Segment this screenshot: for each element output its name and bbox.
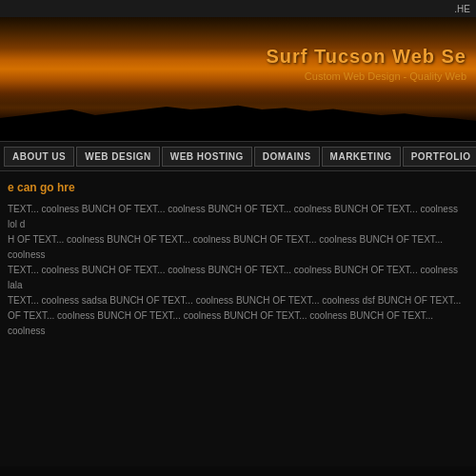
content-text: TEXT... coolness BUNCH OF TEXT... coolne… xyxy=(8,202,468,339)
nav-item-marketing[interactable]: MARKETING xyxy=(322,147,401,167)
nav-bar: ABOUT USWEB DESIGNWEB HOSTINGDOMAINSMARK… xyxy=(0,141,476,171)
content-heading: e can go hre xyxy=(8,181,468,194)
nav-item-domains[interactable]: DOMAINS xyxy=(254,147,320,167)
nav-item-web-hosting[interactable]: WEB HOSTING xyxy=(162,147,252,167)
nav-item-about-us[interactable]: ABOUT US xyxy=(4,147,74,167)
nav-item-portfolio[interactable]: PORTFOLIO xyxy=(403,147,476,167)
hero-subtitle: Custom Web Design - Quality Web xyxy=(266,70,466,82)
hero-text-block: Surf Tucson Web Se Custom Web Design - Q… xyxy=(266,46,466,82)
top-bar: .HE xyxy=(0,0,476,17)
hero-title: Surf Tucson Web Se xyxy=(266,46,466,68)
hero-section: Surf Tucson Web Se Custom Web Design - Q… xyxy=(0,17,476,141)
top-bar-text: .HE xyxy=(454,4,470,14)
content-area: e can go hre TEXT... coolness BUNCH OF T… xyxy=(0,171,476,466)
nav-item-web-design[interactable]: WEB DESIGN xyxy=(76,147,159,167)
